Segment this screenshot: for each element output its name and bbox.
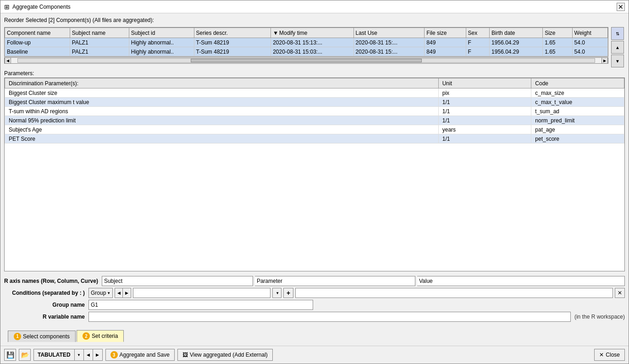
params-row[interactable]: T-sum within AD regions1/1t_sum_ad [5, 107, 624, 116]
r-variable-input[interactable] [88, 312, 571, 322]
group-name-input[interactable] [88, 300, 313, 310]
horizontal-scrollbar[interactable]: ◀ ▶ [4, 57, 608, 64]
sort-button[interactable]: ⇅ [611, 27, 624, 40]
col-component-name[interactable]: Component name [5, 28, 70, 38]
view-icon: 🖼 [182, 352, 188, 358]
move-up-button[interactable]: ▲ [611, 41, 624, 54]
params-body: Biggest Cluster sizepixc_max_sizeBiggest… [5, 88, 624, 143]
tab2-number: 2 [83, 332, 90, 340]
tabulated-prev-button[interactable]: ◀ [84, 349, 93, 360]
params-col-unit[interactable]: Unit [438, 78, 531, 88]
sort-icon: ▼ [273, 30, 278, 36]
table-cell-last_use: 2020-08-31 15:... [353, 47, 425, 56]
table-cell-birth_date: 1956.04.29 [490, 38, 543, 47]
params-cell-discrimination: PET Score [5, 134, 439, 143]
table-cell-component_name: Baseline [5, 47, 70, 56]
params-col-code[interactable]: Code [531, 78, 624, 88]
conditions-add-button[interactable]: + [283, 288, 293, 298]
move-down-button[interactable]: ▼ [611, 55, 624, 67]
view-aggregated-button[interactable]: 🖼 View aggregated (Add External) [177, 349, 273, 361]
conditions-next-button[interactable]: ▶ [123, 288, 131, 298]
col-subject-name[interactable]: Subject name [70, 28, 129, 38]
dropdown-arrow-icon: ▼ [107, 291, 110, 295]
params-cell-discrimination: Biggest Cluster maximum t value [5, 98, 439, 107]
scroll-right-button[interactable]: ▶ [601, 57, 608, 64]
conditions-dropdown[interactable]: Group ▼ [88, 288, 113, 298]
params-row[interactable]: Normal 95% prediction limit1/1norm_pred_… [5, 116, 624, 125]
col-sex[interactable]: Sex [466, 28, 490, 38]
tab-bar: 1 Select components 2 Set criteria [4, 328, 625, 342]
col-subject-id[interactable]: Subject id [129, 28, 194, 38]
r-axis-label: R axis names (Row, Column, Curve) [4, 278, 100, 284]
title-bar-left: ⊞ Aggregate Components [4, 3, 71, 11]
table-row[interactable]: BaselinePALZ1Highly abnormal..T-Sum 4821… [5, 47, 608, 56]
tab-set-criteria[interactable]: 2 Set criteria [77, 330, 124, 342]
conditions-label: Conditions (separated by : ) [4, 290, 87, 296]
table-cell-weight: 54.0 [572, 38, 607, 47]
params-cell-code: pet_score [531, 134, 624, 143]
params-table-container: Discrimination Parameter(s): Unit Code B… [4, 77, 625, 271]
params-row[interactable]: Subject's Ageyearspat_age [5, 125, 624, 134]
conditions-input1[interactable] [133, 288, 270, 298]
r-workspace-label: (in the R workspace) [574, 314, 625, 320]
window-close-button[interactable]: ✕ [617, 3, 625, 11]
table-cell-subject_id: Highly abnormal.. [129, 38, 194, 47]
table-body: Follow-upPALZ1Highly abnormal..T-Sum 482… [5, 38, 608, 56]
params-row[interactable]: Biggest Cluster sizepixc_max_size [5, 88, 624, 98]
col-size[interactable]: Size [543, 28, 572, 38]
conditions-input-arrow-icon: ▼ [276, 291, 279, 295]
table-cell-subject_name: PALZ1 [70, 47, 129, 56]
r-axis-input-column[interactable] [255, 276, 415, 286]
table-cell-weight: 54.0 [572, 47, 607, 56]
tab-select-components[interactable]: 1 Select components [8, 331, 76, 342]
open-icon-button[interactable]: 📂 [19, 349, 31, 361]
scroll-left-button[interactable]: ◀ [5, 57, 11, 64]
col-file-size[interactable]: File size [425, 28, 466, 38]
table-row[interactable]: Follow-upPALZ1Highly abnormal..T-Sum 482… [5, 38, 608, 47]
r-axis-row: R axis names (Row, Column, Curve) [4, 276, 625, 286]
table-cell-series_descr: T-Sum 48219 [194, 38, 271, 47]
tab1-label: Select components [23, 333, 70, 340]
main-window: ⊞ Aggregate Components ✕ Reorder Selecte… [0, 0, 629, 364]
col-weight[interactable]: Weight [572, 28, 607, 38]
conditions-prev-button[interactable]: ◀ [115, 288, 123, 298]
params-row[interactable]: Biggest Cluster maximum t value1/1c_max_… [5, 98, 624, 107]
group-name-row: Group name [4, 300, 625, 310]
params-row[interactable]: PET Score1/1pet_score [5, 134, 624, 143]
params-cell-discrimination: T-sum within AD regions [5, 107, 439, 116]
params-col-discrimination[interactable]: Discrimination Parameter(s): [5, 78, 439, 88]
footer-bar: 💾 📂 TABULATED ▼ ◀ ▶ 3 Aggregate and Save… [0, 346, 629, 364]
table-cell-series_descr: T-Sum 48219 [194, 47, 271, 56]
r-variable-row: R variable name (in the R workspace) [4, 312, 625, 322]
table-section: Component name Subject name Subject id S… [4, 27, 625, 67]
r-axis-input-row[interactable] [102, 276, 253, 286]
conditions-input2[interactable] [295, 288, 613, 298]
conditions-nav-arrows: ◀ ▶ [115, 288, 131, 298]
conditions-input-dropdown[interactable]: ▼ [272, 288, 281, 298]
col-birth-date[interactable]: Birth date [490, 28, 543, 38]
col-series-descr[interactable]: Series descr. [194, 28, 271, 38]
params-cell-unit: 1/1 [438, 107, 531, 116]
tabulated-next-button[interactable]: ▶ [93, 349, 102, 360]
tabulated-dropdown-button[interactable]: ▼ [75, 349, 84, 360]
table-cell-last_use: 2020-08-31 15:... [353, 38, 425, 47]
scrollbar-thumb[interactable] [191, 59, 421, 62]
save-icon-button[interactable]: 💾 [4, 349, 16, 361]
close-button[interactable]: ✕ Close [594, 349, 625, 361]
reorder-label: Reorder Selected [2] Component(s) (All f… [4, 17, 625, 23]
r-axis-input-curve[interactable] [417, 276, 625, 286]
aggregate-save-button[interactable]: 3 Aggregate and Save [105, 349, 175, 361]
scrollbar-track[interactable] [17, 58, 595, 63]
window-title: Aggregate Components [12, 4, 71, 10]
params-cell-discrimination: Normal 95% prediction limit [5, 116, 439, 125]
table-cell-file_size: 849 [425, 47, 466, 56]
conditions-clear-button[interactable]: ✕ [615, 288, 625, 298]
col-modify-time[interactable]: ▼Modify time [271, 28, 353, 38]
side-buttons: ⇅ ▲ ▼ [611, 27, 625, 67]
table-cell-component_name: Follow-up [5, 38, 70, 47]
aggregate-save-label: Aggregate and Save [120, 352, 170, 358]
r-variable-label: R variable name [4, 314, 87, 320]
col-last-use[interactable]: Last Use [353, 28, 425, 38]
tab1-number: 1 [14, 333, 21, 340]
close-label: Close [606, 352, 620, 358]
